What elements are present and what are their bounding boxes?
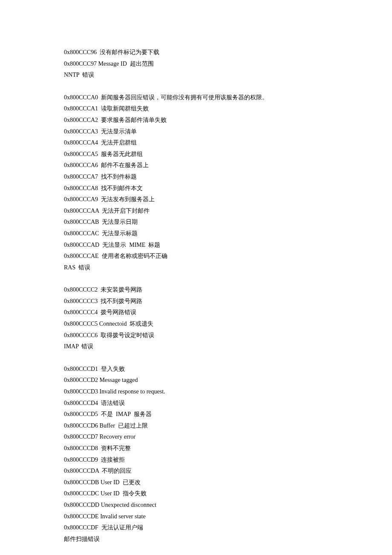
text-line: 0x800CCCD2 Message tagged xyxy=(64,375,392,386)
text-line: NNTP 错误 xyxy=(64,69,392,81)
text-line: 0x800CCCAB 无法显示日期 xyxy=(64,217,392,228)
text-line: 0x800CCCA3 无法显示清单 xyxy=(64,126,392,138)
text-line: 0x800CCCD6 Buffer 已超过上限 xyxy=(64,420,392,432)
text-line: 0x800CCCDE Invalid server state xyxy=(64,511,392,523)
text-line: 0x800CCCAE 使用者名称或密码不正确 xyxy=(64,251,392,262)
text-line: 0x800CCCA0 新闻服务器回应错误，可能你没有拥有可使用该服务器的权限。 xyxy=(64,92,392,104)
text-line: 0x800CCCDF 无法认证用户端 xyxy=(64,522,392,534)
text-line: 0x800CCCA9 无法发布到服务器上 xyxy=(64,194,392,205)
text-line: IMAP 错误 xyxy=(64,341,392,353)
text-line: 0x800CCCC4 拨号网路错误 xyxy=(64,307,392,318)
text-line: 0x800CCCD7 Recovery error xyxy=(64,431,392,443)
text-line: 0x800CCCC3 找不到拨号网路 xyxy=(64,296,392,307)
text-line: 0x800CCCDD Unexpected disconnect xyxy=(64,500,392,511)
text-line: 0x800CCCA8 找不到邮件本文 xyxy=(64,183,392,194)
text-line: 0x800CCCC5 Connectoid 坏或遗失 xyxy=(64,318,392,330)
text-line: 0x800CCC96 没有邮件标记为要下载 xyxy=(64,47,392,58)
text-line: 0x800CCCDC User ID 指令失败 xyxy=(64,488,392,500)
text-line: 0x800CCCC2 未安装拨号网路 xyxy=(64,284,392,296)
text-line: 0x800CCCD8 资料不完整 xyxy=(64,443,392,454)
text-line: 0x800CCCA2 要求服务器邮件清单失败 xyxy=(64,115,392,126)
text-line: 0x800CCCDB User ID 已更改 xyxy=(64,477,392,489)
document-body: 0x800CCC96 没有邮件标记为要下载0x800CCC97 Message … xyxy=(64,47,392,545)
text-line: 0x800CCCD4 语法错误 xyxy=(64,398,392,409)
text-line: 0x800CCC97 Message ID 超出范围 xyxy=(64,58,392,70)
text-line: 0x800CCCD1 登入失败 xyxy=(64,364,392,375)
text-line: 0x800CCCDA 不明的回应 xyxy=(64,465,392,477)
text-line: 邮件扫描错误 xyxy=(64,534,392,545)
text-line: 0x800CCCD3 Invalid response to request. xyxy=(64,386,392,398)
blank-line xyxy=(64,81,392,92)
text-line: 0x800CCCA1 读取新闻群组失败 xyxy=(64,103,392,115)
text-line: 0x800CCCA6 邮件不在服务器上 xyxy=(64,160,392,171)
text-line: 0x800CCCA7 找不到件标题 xyxy=(64,171,392,183)
text-line: 0x800CCCA4 无法开启群组 xyxy=(64,137,392,149)
text-line: 0x800CCCC6 取得拨号设定时错误 xyxy=(64,330,392,341)
text-line: 0x800CCCA5 服务器无此群组 xyxy=(64,149,392,160)
text-line: 0x800CCCD5 不是 IMAP 服务器 xyxy=(64,409,392,420)
text-line: RAS 错误 xyxy=(64,262,392,274)
blank-line xyxy=(64,353,392,364)
text-line: 0x800CCCAD 无法显示 MIME 标题 xyxy=(64,240,392,251)
blank-line xyxy=(64,273,392,284)
text-line: 0x800CCCD9 连接被拒 xyxy=(64,454,392,466)
text-line: 0x800CCCAA 无法开启下封邮件 xyxy=(64,205,392,217)
text-line: 0x800CCCAC 无法显示标题 xyxy=(64,228,392,240)
